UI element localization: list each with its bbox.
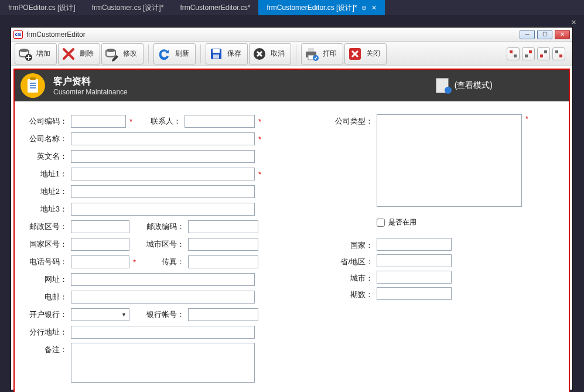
- bank-label: 开户银行：: [25, 309, 67, 320]
- delete-x-icon: [61, 46, 76, 62]
- addr2-input[interactable]: [71, 185, 255, 198]
- company-name-input[interactable]: [71, 132, 255, 145]
- required-marker: *: [258, 170, 263, 179]
- form-body: 公司编码： * 联系人： * 公司名称： * 英文名：: [15, 101, 569, 392]
- english-name-label: 英文名：: [25, 151, 67, 162]
- mode-label: (查看模式): [455, 80, 493, 91]
- svg-rect-13: [514, 54, 517, 57]
- email-input[interactable]: [71, 291, 255, 304]
- edit-button[interactable]: 修改: [101, 43, 144, 64]
- fax-label: 传真：: [142, 257, 185, 267]
- bank-combobox[interactable]: ▼: [71, 308, 129, 321]
- english-name-input[interactable]: [71, 150, 255, 163]
- svg-rect-19: [555, 50, 558, 53]
- in-use-checkbox-wrap: 是否在用: [377, 217, 558, 227]
- bank-account-label: 银行帐号：: [142, 309, 185, 320]
- svg-rect-15: [525, 54, 528, 57]
- app-icon: cis: [13, 30, 23, 39]
- window-title: frmCustomerEditor: [26, 30, 520, 39]
- addr3-label: 地址3：: [25, 204, 67, 214]
- database-edit-icon: [104, 46, 119, 62]
- align-1[interactable]: [507, 47, 520, 60]
- postal-zone-label: 邮政区号：: [25, 221, 67, 232]
- country-label: 国家：: [331, 238, 373, 251]
- required-marker: *: [258, 117, 263, 126]
- minimize-button[interactable]: ─: [520, 30, 535, 39]
- tab-1[interactable]: frmPOEditor.cs [设计]: [0, 0, 84, 15]
- banner-header: 客户资料 Cusomter Maintainance (查看模式): [15, 70, 569, 101]
- company-name-label: 公司名称：: [25, 134, 67, 144]
- tab-4-active[interactable]: frmCustomerEditor.cs [设计]* ⊕ ✕: [258, 0, 385, 15]
- company-type-label: 公司类型：: [331, 114, 373, 127]
- contact-input[interactable]: [185, 115, 255, 128]
- svg-rect-4: [213, 49, 220, 53]
- align-buttons: [507, 47, 569, 60]
- toolbar: 增加 删除 修改 刷新: [11, 42, 572, 66]
- content-panel: 客户资料 Cusomter Maintainance (查看模式) 公司编码： …: [13, 69, 570, 392]
- country-code-input[interactable]: [71, 238, 129, 251]
- addr1-input[interactable]: [71, 168, 255, 180]
- svg-point-2: [106, 49, 115, 52]
- clipboard-icon: [21, 73, 45, 98]
- tab-2[interactable]: frmCustomer.cs [设计]*: [84, 0, 172, 15]
- align-3[interactable]: [537, 47, 550, 60]
- website-input[interactable]: [71, 273, 255, 286]
- branch-addr-input[interactable]: [71, 326, 255, 339]
- cancel-button[interactable]: 取消: [249, 43, 291, 64]
- addr3-input[interactable]: [71, 203, 255, 216]
- window-close-button[interactable]: ✕: [555, 30, 570, 39]
- postal-code-input[interactable]: [188, 220, 258, 233]
- svg-rect-5: [213, 54, 219, 59]
- add-button[interactable]: 增加: [15, 43, 57, 64]
- province-label: 省/地区：: [331, 255, 373, 267]
- company-type-listbox[interactable]: [377, 114, 522, 207]
- print-button[interactable]: 打印: [301, 43, 343, 64]
- form-window: cis frmCustomerEditor ─ ☐ ✕ 增加 删除: [11, 27, 573, 390]
- svg-rect-18: [559, 54, 562, 57]
- remark-label: 备注：: [25, 343, 67, 355]
- city-code-input[interactable]: [188, 238, 258, 251]
- print-icon: [304, 46, 319, 62]
- refresh-button[interactable]: 刷新: [153, 43, 196, 64]
- required-marker: *: [129, 117, 134, 126]
- fax-input[interactable]: [188, 255, 258, 268]
- close-button[interactable]: 关闭: [344, 43, 387, 64]
- postal-code-label: 邮政编码：: [142, 221, 185, 232]
- periods-input[interactable]: [377, 287, 452, 300]
- city-input[interactable]: [377, 271, 452, 284]
- phone-input[interactable]: [71, 255, 129, 268]
- designer-surface: ✕ cis frmCustomerEditor ─ ☐ ✕ 增加 删除: [0, 15, 584, 392]
- bank-account-input[interactable]: [188, 308, 258, 321]
- maximize-button[interactable]: ☐: [537, 30, 552, 39]
- tab-3[interactable]: frmCustomerEditor.cs*: [172, 0, 258, 15]
- contact-label: 联系人：: [139, 116, 181, 127]
- branch-addr-label: 分行地址：: [25, 327, 67, 338]
- delete-button[interactable]: 删除: [58, 43, 100, 64]
- website-label: 网址：: [25, 274, 67, 285]
- close-icon[interactable]: ✕: [371, 3, 377, 12]
- city-label: 城市：: [331, 271, 373, 284]
- required-marker: *: [133, 258, 138, 267]
- in-use-label: 是否在用: [388, 217, 416, 227]
- svg-rect-17: [544, 50, 547, 53]
- refresh-icon: [156, 46, 172, 62]
- align-4[interactable]: [552, 47, 565, 60]
- save-button[interactable]: 保存: [206, 43, 248, 64]
- designer-close-icon[interactable]: ✕: [571, 19, 579, 27]
- titlebar: cis frmCustomerEditor ─ ☐ ✕: [11, 28, 572, 42]
- addr2-label: 地址2：: [25, 186, 67, 197]
- save-icon: [209, 46, 224, 62]
- phone-label: 电话号码：: [25, 257, 67, 267]
- periods-label: 期数：: [331, 288, 373, 300]
- postal-zone-input[interactable]: [71, 220, 129, 233]
- required-marker: *: [258, 135, 263, 144]
- country-input[interactable]: [377, 238, 452, 251]
- database-plus-icon: [18, 46, 33, 62]
- in-use-checkbox[interactable]: [377, 219, 385, 227]
- company-code-input[interactable]: [71, 115, 126, 128]
- pin-icon[interactable]: ⊕: [361, 3, 367, 12]
- align-2[interactable]: [522, 47, 535, 60]
- province-input[interactable]: [377, 254, 452, 267]
- remark-textarea[interactable]: [71, 343, 255, 383]
- chevron-down-icon: ▼: [121, 312, 127, 318]
